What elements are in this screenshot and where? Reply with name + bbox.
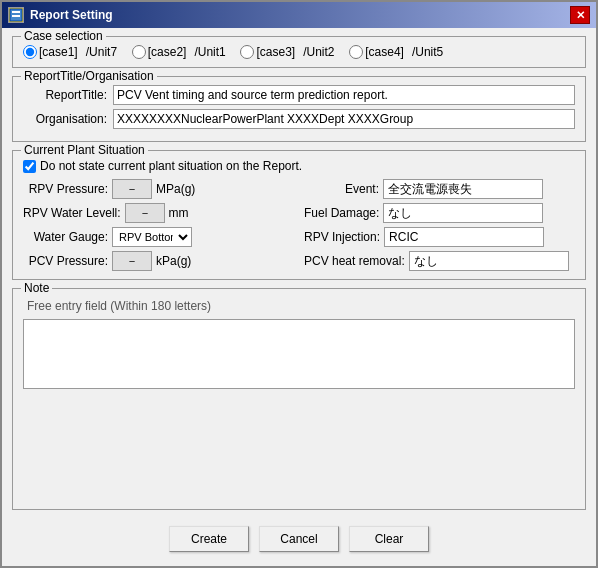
rpv-pressure-row: RPV Pressure: MPa(g) [23, 179, 294, 199]
case2-radio-item: [case2] [132, 45, 187, 59]
report-title-row: ReportTitle: [23, 85, 575, 105]
button-row: Create Cancel Clear [12, 518, 586, 558]
rpv-water-label: RPV Water Levell: [23, 206, 121, 220]
fuel-damage-label: Fuel Damage: [304, 206, 379, 220]
pcv-pressure-row: PCV Pressure: kPa(g) [23, 251, 294, 271]
water-gauge-dropdown[interactable]: RPV Bottom-S RPV Bottom-L [112, 227, 192, 247]
case4-radio[interactable] [349, 45, 363, 59]
report-title-group: ReportTitle/Organisation ReportTitle: Or… [12, 76, 586, 142]
clear-button[interactable]: Clear [349, 526, 429, 552]
case1-radio[interactable] [23, 45, 37, 59]
water-gauge-label: Water Gauge: [23, 230, 108, 244]
organisation-row: Organisation: [23, 109, 575, 129]
report-title-label: ReportTitle: [23, 88, 113, 102]
case4-radio-item: [case4] [349, 45, 404, 59]
rpv-water-row: RPV Water Levell: mm [23, 203, 294, 223]
create-button[interactable]: Create [169, 526, 249, 552]
pcv-pressure-input[interactable] [112, 251, 152, 271]
plant-situation-label: Current Plant Situation [21, 143, 148, 157]
case4-unit-label: /Unit5 [412, 45, 443, 59]
note-group: Note Free entry field (Within 180 letter… [12, 288, 586, 510]
rpv-injection-input[interactable] [384, 227, 544, 247]
rpv-water-input[interactable] [125, 203, 165, 223]
pcv-heat-input[interactable] [409, 251, 569, 271]
case2-radio[interactable] [132, 45, 146, 59]
event-input[interactable] [383, 179, 543, 199]
fuel-damage-input[interactable] [383, 203, 543, 223]
report-title-input[interactable] [113, 85, 575, 105]
note-textarea[interactable] [23, 319, 575, 389]
window-title: Report Setting [30, 8, 113, 22]
rpv-pressure-unit: MPa(g) [156, 182, 195, 196]
rpv-pressure-input[interactable] [112, 179, 152, 199]
plant-checkbox-row: Do not state current plant situation on … [23, 159, 575, 173]
water-gauge-row: Water Gauge: RPV Bottom-S RPV Bottom-L [23, 227, 294, 247]
plant-fields-grid: RPV Pressure: MPa(g) Event: RPV Water Le… [23, 179, 575, 271]
no-state-label: Do not state current plant situation on … [40, 159, 302, 173]
svg-rect-2 [12, 15, 20, 17]
case3-radio[interactable] [240, 45, 254, 59]
note-group-label: Note [21, 281, 52, 295]
organisation-input[interactable] [113, 109, 575, 129]
svg-rect-1 [12, 11, 20, 13]
case2-label: [case2] [148, 45, 187, 59]
titlebar: Report Setting ✕ [2, 2, 596, 28]
case1-radio-item: [case1] [23, 45, 78, 59]
content-area: Case selection [case1] /Unit7 [case2] /U… [2, 28, 596, 566]
organisation-label: Organisation: [23, 112, 113, 126]
case1-unit-label: /Unit7 [86, 45, 117, 59]
event-label: Event: [304, 182, 379, 196]
case-selection-label: Case selection [21, 29, 106, 43]
event-row: Event: [304, 179, 575, 199]
case1-label: [case1] [39, 45, 78, 59]
rpv-injection-label: RPV Injection: [304, 230, 380, 244]
rpv-pressure-label: RPV Pressure: [23, 182, 108, 196]
note-placeholder-text: Free entry field (Within 180 letters) [23, 297, 575, 315]
case3-radio-item: [case3] [240, 45, 295, 59]
app-icon [8, 7, 24, 23]
main-window: Report Setting ✕ Case selection [case1] … [0, 0, 598, 568]
cancel-button[interactable]: Cancel [259, 526, 339, 552]
report-title-group-label: ReportTitle/Organisation [21, 69, 157, 83]
close-button[interactable]: ✕ [570, 6, 590, 24]
no-state-checkbox[interactable] [23, 160, 36, 173]
case4-label: [case4] [365, 45, 404, 59]
case3-unit-label: /Unit2 [303, 45, 334, 59]
rpv-injection-row: RPV Injection: [304, 227, 575, 247]
case2-unit-label: /Unit1 [194, 45, 225, 59]
fuel-damage-row: Fuel Damage: [304, 203, 575, 223]
rpv-water-unit: mm [169, 206, 189, 220]
titlebar-left: Report Setting [8, 7, 113, 23]
pcv-pressure-label: PCV Pressure: [23, 254, 108, 268]
case-selection-group: Case selection [case1] /Unit7 [case2] /U… [12, 36, 586, 68]
pcv-pressure-unit: kPa(g) [156, 254, 191, 268]
pcv-heat-row: PCV heat removal: [304, 251, 575, 271]
plant-situation-group: Current Plant Situation Do not state cur… [12, 150, 586, 280]
case3-label: [case3] [256, 45, 295, 59]
case-radio-row: [case1] /Unit7 [case2] /Unit1 [case3] /U… [23, 45, 575, 59]
pcv-heat-label: PCV heat removal: [304, 254, 405, 268]
